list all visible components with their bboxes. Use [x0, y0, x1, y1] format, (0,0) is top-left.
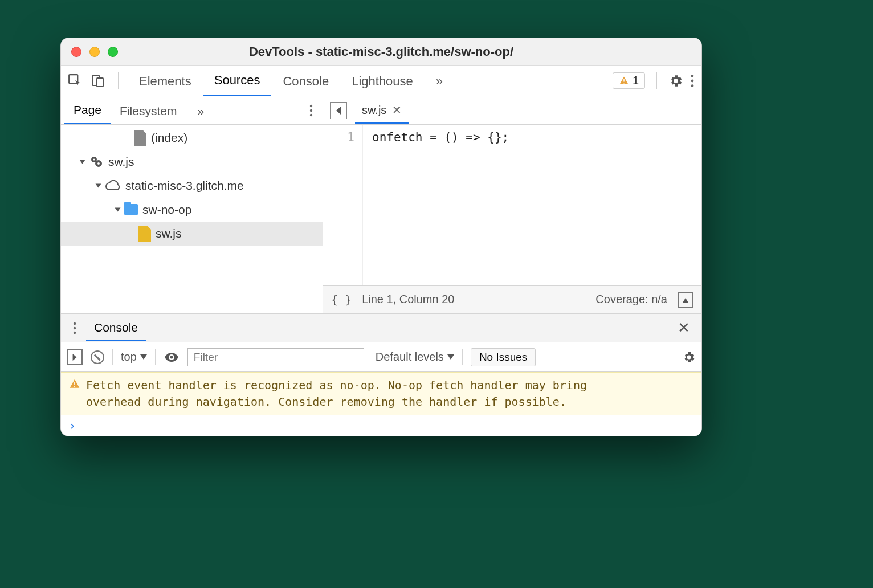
tab-console[interactable]: Console: [271, 66, 340, 96]
svg-point-5: [691, 74, 694, 77]
svg-point-13: [93, 159, 95, 161]
svg-point-18: [170, 356, 173, 358]
editor-statusbar: { } Line 1, Column 20 Coverage: n/a: [323, 285, 701, 313]
svg-point-8: [310, 104, 312, 107]
svg-rect-19: [74, 382, 75, 385]
svg-rect-3: [623, 79, 625, 82]
console-prompt[interactable]: ›: [61, 415, 701, 436]
chevron-down-icon: [447, 354, 454, 360]
svg-point-6: [691, 79, 694, 82]
tab-elements[interactable]: Elements: [128, 66, 203, 96]
panel-tabs: Elements Sources Console Lighthouse »: [128, 65, 454, 96]
svg-point-15: [74, 322, 76, 324]
disclosure-icon: [96, 184, 101, 188]
svg-point-17: [74, 331, 76, 333]
coverage-status: Coverage: n/a: [595, 293, 667, 306]
disclosure-icon: [115, 208, 121, 212]
close-drawer-icon[interactable]: ✕: [671, 319, 697, 337]
svg-point-14: [97, 162, 100, 165]
chevron-down-icon: [140, 354, 147, 360]
console-body: Fetch event handler is recognized as no-…: [61, 372, 701, 436]
devtools-window: DevTools - static-misc-3.glitch.me/sw-no…: [60, 38, 702, 436]
window-title: DevTools - static-misc-3.glitch.me/sw-no…: [61, 44, 701, 59]
disclosure-icon: [80, 160, 85, 164]
line-gutter: 1: [323, 125, 363, 285]
tree-item-index[interactable]: (index): [61, 126, 323, 150]
cloud-icon: [105, 180, 121, 191]
separator-icon: [462, 349, 463, 365]
subtab-filesystem[interactable]: Filesystem: [111, 97, 186, 124]
svg-point-10: [310, 113, 312, 116]
subtabs-overflow[interactable]: »: [188, 97, 213, 124]
console-warning-row[interactable]: Fetch event handler is recognized as no-…: [61, 372, 701, 415]
warning-icon: [619, 76, 629, 86]
cursor-position: Line 1, Column 20: [362, 293, 454, 306]
main-toolbar: Elements Sources Console Lighthouse » 1: [61, 66, 701, 96]
warning-text: Fetch event handler is recognized as no-…: [86, 377, 633, 410]
live-expression-icon[interactable]: [164, 352, 180, 363]
svg-rect-2: [97, 78, 103, 87]
separator-icon: [112, 349, 113, 365]
more-menu-icon[interactable]: [690, 74, 695, 88]
warnings-count: 1: [633, 74, 639, 87]
tree-item-sw-root[interactable]: sw.js: [61, 150, 323, 174]
tab-lighthouse[interactable]: Lighthouse: [340, 66, 425, 96]
js-file-icon: [138, 226, 151, 242]
file-tree: (index) sw.js static-misc-3.glitch.me: [61, 125, 323, 313]
filter-input[interactable]: [187, 348, 364, 366]
editor-pane: sw.js ✕ 1 onfetch = () => {}; { } Line 1…: [323, 96, 701, 313]
clear-console-icon[interactable]: [91, 350, 104, 364]
file-icon: [134, 130, 146, 146]
navigator-pane: Page Filesystem » (index) sw.js: [61, 96, 323, 313]
device-toolbar-icon[interactable]: [91, 74, 105, 88]
editor-file-tabs: sw.js ✕: [323, 96, 701, 125]
svg-rect-20: [74, 386, 75, 387]
file-tab-swjs[interactable]: sw.js ✕: [355, 97, 409, 124]
drawer-more-icon[interactable]: [66, 321, 84, 335]
svg-point-16: [74, 326, 76, 329]
drawer-tabs: Console ✕: [61, 314, 701, 342]
subtab-page[interactable]: Page: [64, 96, 111, 124]
navigator-subtabs: Page Filesystem »: [61, 96, 323, 125]
separator-icon: [544, 349, 544, 365]
code-editor[interactable]: 1 onfetch = () => {};: [323, 125, 701, 285]
toggle-sidebar-button[interactable]: [67, 349, 83, 365]
navigator-more-icon[interactable]: [303, 104, 319, 117]
console-drawer: Console ✕ top Default levels No Iss: [61, 313, 701, 436]
separator-icon: [155, 349, 156, 365]
console-settings-gear-icon[interactable]: [682, 350, 696, 364]
log-levels-selector[interactable]: Default levels: [376, 350, 454, 364]
tree-item-folder[interactable]: sw-no-op: [61, 198, 323, 222]
issues-button[interactable]: No Issues: [471, 348, 536, 366]
tab-sources[interactable]: Sources: [203, 65, 272, 96]
inspect-element-icon[interactable]: [68, 74, 83, 88]
console-toolbar: top Default levels No Issues: [61, 342, 701, 372]
warning-icon: [69, 377, 80, 410]
service-worker-icon: [89, 155, 104, 169]
svg-point-9: [310, 109, 312, 111]
settings-gear-icon[interactable]: [668, 74, 683, 88]
toggle-debugger-button[interactable]: [678, 292, 693, 308]
separator-icon: [656, 72, 657, 89]
nav-back-button[interactable]: [330, 102, 347, 119]
svg-point-7: [691, 84, 694, 87]
warnings-badge[interactable]: 1: [613, 72, 645, 89]
drawer-tab-console[interactable]: Console: [86, 315, 146, 341]
context-selector[interactable]: top: [121, 350, 147, 364]
folder-icon: [124, 204, 138, 215]
code-area[interactable]: onfetch = () => {};: [363, 125, 509, 285]
separator-icon: [118, 72, 119, 89]
tree-item-swjs[interactable]: sw.js: [61, 222, 323, 246]
tree-item-domain[interactable]: static-misc-3.glitch.me: [61, 174, 323, 198]
tabs-overflow[interactable]: »: [425, 66, 454, 96]
close-icon[interactable]: ✕: [392, 103, 402, 117]
sources-main: Page Filesystem » (index) sw.js: [61, 96, 701, 313]
format-button[interactable]: { }: [331, 293, 352, 307]
svg-rect-4: [623, 83, 625, 84]
titlebar: DevTools - static-misc-3.glitch.me/sw-no…: [61, 38, 701, 66]
